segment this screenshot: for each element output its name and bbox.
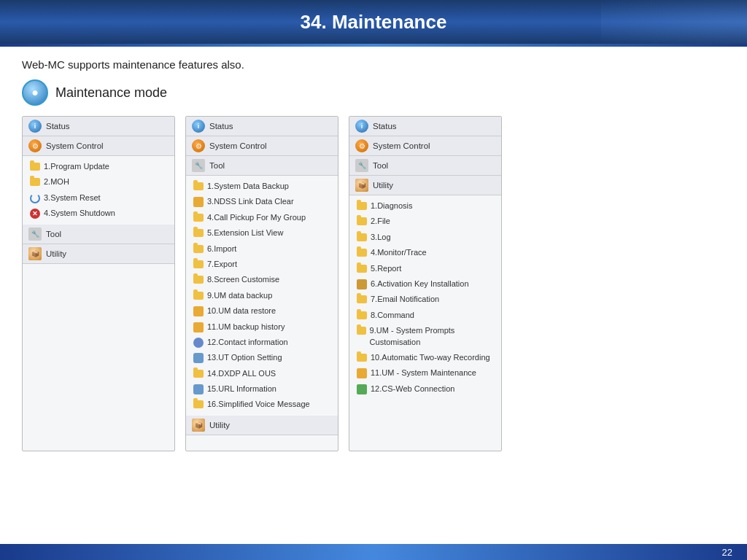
panel3-utility-icon: 📦 <box>355 179 368 192</box>
list-item[interactable]: 5.Extension List View <box>186 225 338 241</box>
panel3-items: 1.Diagnosis 2.File 3.Log 4.Monitor/Trace… <box>349 195 501 400</box>
list-item[interactable]: 6.Activation Key Installation <box>349 276 501 292</box>
folder-icon <box>357 233 367 241</box>
list-item[interactable]: 16.Simplified Voice Message <box>186 397 338 412</box>
panel2-status-icon: i <box>192 120 205 133</box>
key-icon <box>357 279 367 289</box>
list-item[interactable]: 13.UT Option Setting <box>186 350 338 365</box>
gear-sm-icon <box>193 353 204 363</box>
contact-icon <box>193 338 204 348</box>
main-content: Web-MC supports maintenance features als… <box>0 47 747 463</box>
panel2-tool-section: 🔧 Tool <box>186 156 338 176</box>
panel2-status-label: Status <box>209 122 233 131</box>
panel1-syscontrol-icon: ⚙ <box>28 139 42 152</box>
folder-icon <box>193 245 204 253</box>
folder-icon <box>30 178 40 186</box>
list-item[interactable]: 10.UM data restore <box>186 303 338 319</box>
list-item[interactable]: 4.Call Pickup For My Group <box>186 210 338 225</box>
panel-2: i Status ⚙ System Control 🔧 Tool 1.Syste… <box>185 116 338 451</box>
list-item[interactable]: 12.CS-Web Connection <box>349 381 501 397</box>
list-item[interactable]: 15.URL Information <box>186 381 338 397</box>
list-item[interactable]: 4.Monitor/Trace <box>349 245 501 260</box>
footer-page-number: 22 <box>722 547 732 558</box>
header: 34. Maintenance <box>0 0 747 44</box>
list-item[interactable]: 1.Diagnosis <box>349 198 501 214</box>
panel3-syscontrol-label: System Control <box>373 141 430 150</box>
folder-icon <box>357 354 367 362</box>
list-item[interactable]: 1.Program Update <box>23 159 174 174</box>
list-item[interactable]: 9.UM data backup <box>186 288 338 303</box>
list-item[interactable]: 11.UM backup history <box>186 319 338 335</box>
list-item[interactable]: 10.Automatic Two-way Recording <box>349 350 501 365</box>
folder-icon <box>357 311 367 319</box>
folder-icon <box>193 182 204 190</box>
mode-label: Maintenance mode <box>55 85 167 101</box>
panel2-utility-label: Utility <box>209 421 230 429</box>
list-item[interactable]: 8.Screen Customise <box>186 272 338 287</box>
x-icon: ✕ <box>30 209 40 219</box>
folder-icon <box>193 292 204 300</box>
panel3-utility-section: 📦 Utility <box>349 176 501 195</box>
panel2-utility-icon: 📦 <box>192 419 205 432</box>
list-item[interactable]: 3.System Reset <box>23 190 174 206</box>
panel3-syscontrol-icon: ⚙ <box>355 139 368 152</box>
panel1-tool-section: 🔧 Tool <box>23 225 174 244</box>
panel3-tool-section: 🔧 Tool <box>349 156 501 176</box>
panel1-syscontrol-label: System Control <box>46 141 104 150</box>
folder-icon <box>357 217 367 225</box>
folder-icon <box>193 260 204 268</box>
list-item[interactable]: 11.UM - System Maintenance <box>349 365 501 381</box>
list-item[interactable]: 14.DXDP ALL OUS <box>186 366 338 381</box>
folder-icon <box>357 249 367 257</box>
restore-icon <box>193 197 204 207</box>
folder-icon <box>30 163 40 171</box>
folder-icon <box>193 214 204 222</box>
panel3-utility-label: Utility <box>373 181 393 190</box>
list-item[interactable]: 6.Import <box>186 241 338 257</box>
backup-icon <box>193 322 204 332</box>
panel2-tool-label: Tool <box>209 161 225 170</box>
backup-icon <box>357 368 367 378</box>
list-item[interactable]: 5.Report <box>349 261 501 276</box>
panel1-syscontrol-section: ⚙ System Control <box>23 136 174 156</box>
panel1-tool-label: Tool <box>46 230 61 238</box>
panel1-status-icon: i <box>28 120 42 133</box>
panel1-status-label: Status <box>46 122 70 131</box>
panel2-tool-icon: 🔧 <box>192 159 205 172</box>
folder-icon <box>193 400 204 408</box>
list-item[interactable]: 2.MOH <box>23 174 174 190</box>
panel1-utility-section: 📦 Utility <box>23 244 174 264</box>
list-item[interactable]: 12.Contact information <box>186 335 338 350</box>
panel3-status-section: i Status <box>349 117 501 136</box>
panel1-status-section: i Status <box>23 117 174 136</box>
panel2-status-section: i Status <box>186 117 338 136</box>
panel3-status-icon: i <box>355 120 368 133</box>
panel2-syscontrol-label: System Control <box>209 141 267 150</box>
list-item[interactable]: 7.Email Notification <box>349 292 501 307</box>
folder-icon <box>193 370 204 378</box>
maintenance-icon: ● <box>22 79 48 106</box>
folder-icon <box>357 327 366 335</box>
list-item[interactable]: 8.Command <box>349 308 501 323</box>
panel2-utility-section: 📦 Utility <box>186 416 338 435</box>
panel3-tool-icon: 🔧 <box>355 159 368 172</box>
folder-icon <box>357 202 367 210</box>
panel-3: i Status ⚙ System Control 🔧 Tool 📦 Utili… <box>349 116 502 451</box>
list-item[interactable]: 7.Export <box>186 257 338 272</box>
folder-icon <box>357 295 367 303</box>
panel1-items: 1.Program Update 2.MOH 3.System Reset ✕ … <box>23 156 174 225</box>
folder-icon <box>357 265 367 273</box>
list-item[interactable]: 9.UM - System Prompts Customisation <box>349 323 501 350</box>
list-item[interactable]: ✕ 4.System Shutdown <box>23 206 174 221</box>
list-item[interactable]: 3.Log <box>349 230 501 245</box>
panel3-status-label: Status <box>373 122 397 131</box>
list-item[interactable]: 1.System Data Backup <box>186 179 338 194</box>
gear-sm-icon <box>193 384 204 394</box>
folder-icon <box>193 276 204 284</box>
footer: 22 <box>0 544 747 560</box>
folder-icon <box>193 229 204 237</box>
list-item[interactable]: 3.NDSS Link Data Clear <box>186 194 338 209</box>
subtitle: Web-MC supports maintenance features als… <box>22 58 725 71</box>
list-item[interactable]: 2.File <box>349 214 501 229</box>
cs-icon <box>357 384 367 394</box>
